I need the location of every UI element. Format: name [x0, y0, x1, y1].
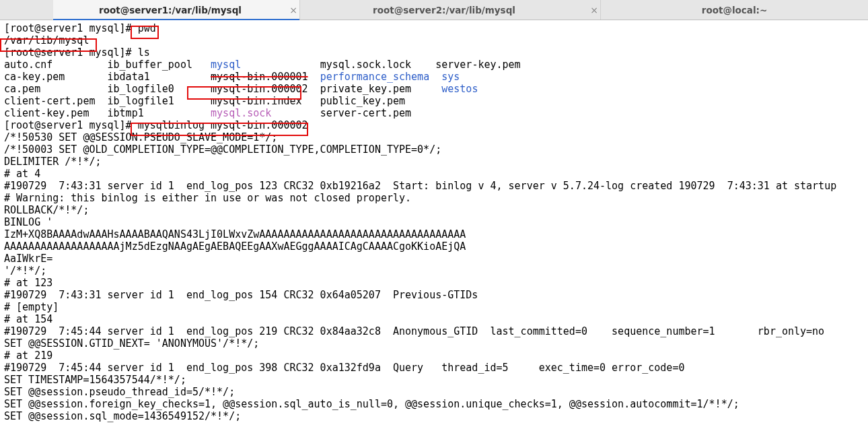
- output-line: DELIMITER /*!*/;: [4, 156, 102, 168]
- output-line: #190729 7:43:31 server id 1 end_log_pos …: [4, 180, 836, 192]
- command-ls: ls: [138, 46, 150, 59]
- output-line: /*!50530 SET @@SESSION.PSEUDO_SLAVE_MODE…: [4, 131, 277, 143]
- command-mysqlbinlog: mysqlbinlog mysql-bin.000002: [138, 119, 308, 131]
- tabbar-spacer: [0, 0, 53, 20]
- close-icon[interactable]: ×: [588, 4, 600, 16]
- output-line: # at 219: [4, 350, 52, 362]
- output-line: # Warning: this binlog is either in use …: [4, 192, 411, 204]
- output-line: AAAAAAAAAAAAAAAAAAAjMz5dEzgNAAgAEgAEBAQE…: [4, 240, 466, 253]
- output-line: SET @@session.foreign_key_checks=1, @@se…: [4, 398, 739, 410]
- output-line: #190729 7:45:44 server id 1 end_log_pos …: [4, 325, 824, 337]
- output-line: BINLOG ': [4, 216, 52, 228]
- terminal-output[interactable]: [root@server1 mysql]# pwd /var/lib/mysql…: [0, 20, 868, 424]
- shell-prompt: [root@server1 mysql]#: [4, 22, 138, 34]
- tab-server1[interactable]: root@server1:/var/lib/mysql ×: [53, 0, 300, 20]
- dir-westos: westos: [441, 83, 478, 95]
- output-line: #190729 7:43:31 server id 1 end_log_pos …: [4, 289, 478, 301]
- output-line: IzM+XQ8BAAAAdwAAAHsAAAABAAQANS43LjI0LWxv…: [4, 228, 466, 240]
- output-line: SET TIMESTAMP=1564357544/*!*/;: [4, 374, 186, 386]
- ls-col: ca-key.pem ibdata1 mysql-bin.000001 perf…: [4, 71, 460, 83]
- dir-performance-schema: performance_schema: [320, 71, 430, 83]
- output-line: '/*!*/;: [4, 265, 46, 277]
- ls-col: client-key.pem ibtmp1 mysql.sock server-…: [4, 107, 411, 119]
- output-line: # at 154: [4, 313, 52, 325]
- output-line: # [empty]: [4, 301, 59, 313]
- command-pwd: pwd: [138, 22, 156, 34]
- output-line: # at 123: [4, 277, 52, 289]
- tab-local[interactable]: root@local:~: [601, 0, 868, 20]
- output-line: /*!50003 SET @OLD_COMPLETION_TYPE=@@COMP…: [4, 143, 441, 156]
- close-icon[interactable]: ×: [287, 4, 299, 16]
- tab-title: root@server2:/var/lib/mysql: [300, 4, 588, 16]
- dir-sys: sys: [441, 71, 460, 83]
- socket-mysql-sock: mysql.sock: [211, 107, 271, 119]
- shell-prompt: [root@server1 mysql]#: [4, 46, 138, 59]
- output-line: AaIWkrE=: [4, 253, 52, 265]
- tab-title: root@local:~: [601, 4, 868, 16]
- terminal-tabbar: root@server1:/var/lib/mysql × root@serve…: [0, 0, 868, 20]
- ls-col: client-cert.pem ib_logfile1 mysql-bin.in…: [4, 95, 405, 107]
- output-line: SET @@SESSION.GTID_NEXT= 'ANONYMOUS'/*!*…: [4, 337, 259, 350]
- ls-col: ca.pem ib_logfile0 mysql-bin.000002 priv…: [4, 83, 478, 95]
- output-line: # at 4: [4, 168, 40, 180]
- tab-server2[interactable]: root@server2:/var/lib/mysql ×: [300, 0, 601, 20]
- output-line: SET @@session.sql_mode=1436549152/*!*/;: [4, 410, 241, 422]
- output-line: SET @@session.pseudo_thread_id=5/*!*/;: [4, 386, 235, 398]
- output-line: #190729 7:45:44 server id 1 end_log_pos …: [4, 362, 684, 374]
- tab-title: root@server1:/var/lib/mysql: [53, 4, 287, 16]
- dir-mysql: mysql: [211, 59, 241, 71]
- ls-col: auto.cnf ib_buffer_pool mysql mysql.sock…: [4, 59, 521, 71]
- output-line: ROLLBACK/*!*/;: [4, 204, 89, 216]
- pwd-output: /var/lib/mysql: [4, 34, 89, 46]
- shell-prompt: [root@server1 mysql]#: [4, 119, 138, 131]
